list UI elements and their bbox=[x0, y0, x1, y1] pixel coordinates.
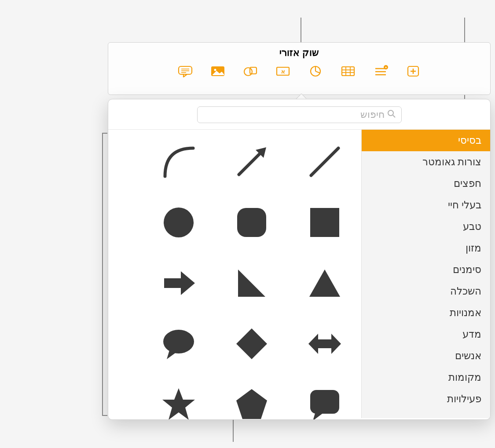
add-icon[interactable] bbox=[405, 65, 421, 78]
svg-rect-28 bbox=[310, 208, 339, 237]
shapes-row bbox=[126, 386, 344, 420]
callout-line bbox=[102, 133, 103, 416]
svg-point-31 bbox=[163, 330, 194, 353]
sidebar-item-geometric[interactable]: צורות גאומטר bbox=[362, 151, 490, 173]
shape-star[interactable] bbox=[160, 386, 198, 420]
shapes-icon[interactable] bbox=[242, 65, 258, 78]
sidebar-item-science[interactable]: מדע bbox=[362, 324, 490, 345]
svg-point-30 bbox=[164, 208, 194, 237]
shape-circle[interactable] bbox=[160, 204, 198, 241]
search-icon bbox=[387, 109, 396, 120]
svg-text:+: + bbox=[385, 66, 387, 69]
shapes-row bbox=[126, 264, 344, 302]
search-bar bbox=[108, 99, 490, 130]
shape-square[interactable] bbox=[306, 204, 344, 241]
callout-line bbox=[102, 415, 107, 416]
sidebar-item-people[interactable]: אנשים bbox=[362, 345, 490, 367]
sidebar-item-food[interactable]: מזון bbox=[362, 237, 490, 259]
sidebar-item-arts[interactable]: אמנויות bbox=[362, 302, 490, 324]
shape-speech-bubble-rect[interactable] bbox=[306, 386, 344, 420]
image-icon[interactable] bbox=[210, 65, 226, 78]
svg-point-6 bbox=[244, 68, 252, 76]
sidebar-item-places[interactable]: מקומות bbox=[362, 367, 490, 388]
document-title: שוק אזורי bbox=[108, 43, 490, 58]
sidebar-item-objects[interactable]: חפצים bbox=[362, 173, 490, 194]
shapes-row bbox=[126, 143, 344, 181]
svg-line-26 bbox=[311, 148, 338, 175]
shape-speech-bubble-oval[interactable] bbox=[160, 325, 198, 363]
shape-double-arrow[interactable] bbox=[306, 325, 344, 363]
shape-rounded-square[interactable] bbox=[233, 204, 271, 241]
shape-diamond[interactable] bbox=[233, 325, 271, 363]
sidebar-item-symbols[interactable]: סימנים bbox=[362, 259, 490, 280]
callout-line bbox=[233, 418, 234, 442]
sidebar-item-nature[interactable]: טבע bbox=[362, 216, 490, 237]
sidebar-item-animals[interactable]: בעלי חיי bbox=[362, 194, 490, 216]
popover-body: בסיסי צורות גאומטר חפצים בעלי חיי טבע מז… bbox=[108, 130, 490, 418]
shapes-grid bbox=[108, 130, 361, 418]
sidebar-item-activities[interactable]: פעילויות bbox=[362, 388, 490, 410]
search-field[interactable] bbox=[197, 106, 402, 123]
svg-rect-11 bbox=[342, 67, 354, 76]
shape-right-arrow[interactable] bbox=[160, 264, 198, 302]
callout-line bbox=[102, 133, 107, 134]
svg-rect-29 bbox=[237, 208, 266, 237]
table-icon[interactable] bbox=[340, 65, 356, 78]
app-window: שוק אזורי א + bbox=[108, 42, 491, 95]
categories-sidebar: בסיסי צורות גאומטר חפצים בעלי חיי טבע מז… bbox=[361, 130, 490, 418]
chart-icon[interactable] bbox=[308, 65, 323, 78]
shape-triangle[interactable] bbox=[306, 264, 344, 302]
svg-point-24 bbox=[388, 110, 393, 116]
format-icon[interactable]: + bbox=[373, 65, 389, 78]
svg-rect-32 bbox=[310, 390, 339, 414]
shapes-row bbox=[126, 204, 344, 241]
svg-text:א: א bbox=[281, 68, 285, 75]
svg-line-27 bbox=[239, 153, 260, 175]
sidebar-item-basic[interactable]: בסיסי bbox=[362, 130, 490, 151]
shapes-row bbox=[126, 325, 344, 363]
svg-point-5 bbox=[214, 69, 216, 71]
svg-line-25 bbox=[393, 115, 395, 117]
text-box-icon[interactable]: א bbox=[275, 65, 291, 78]
shape-arrow-line[interactable] bbox=[233, 143, 271, 181]
shape-right-triangle[interactable] bbox=[233, 264, 271, 302]
shape-pentagon[interactable] bbox=[233, 386, 271, 420]
sidebar-item-education[interactable]: השכלה bbox=[362, 280, 490, 302]
search-input[interactable] bbox=[203, 109, 385, 120]
toolbar: א + bbox=[108, 58, 490, 82]
svg-rect-0 bbox=[179, 66, 192, 74]
shape-curve[interactable] bbox=[160, 143, 198, 181]
shapes-popover: בסיסי צורות גאומטר חפצים בעלי חיי טבע מז… bbox=[108, 99, 491, 420]
comment-icon[interactable] bbox=[177, 65, 193, 78]
shape-line[interactable] bbox=[306, 143, 344, 181]
